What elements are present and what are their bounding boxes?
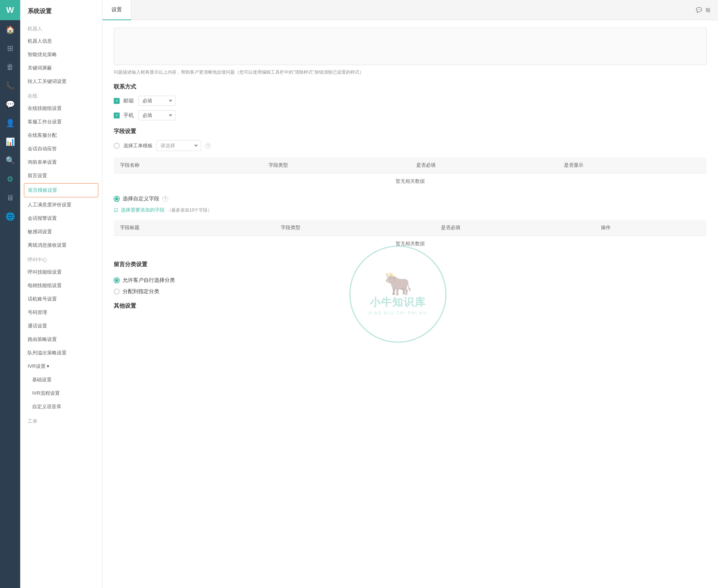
custom-field-radio[interactable] [114, 196, 120, 202]
table1-no-data: 暂无相关数据 [114, 173, 707, 190]
section-label-ticket: 工单 [20, 413, 102, 427]
other-settings-title: 其他设置 [114, 302, 707, 310]
main-area: 设置 💬 短 问题描述输入框将显示以上内容，帮助客户更清晰地反馈问题（您可以使用… [102, 0, 718, 588]
email-label: 邮箱 [123, 98, 135, 104]
assign-classification-label: 分配到指定分类 [123, 288, 159, 295]
settings-tab[interactable]: 设置 [102, 0, 131, 20]
sidebar-item-online-skill-group[interactable]: 在线技能组设置 [20, 102, 102, 115]
description-hint: 问题描述输入框将显示以上内容，帮助客户更清晰地反馈问题（您可以使用编辑工具栏中的… [114, 69, 707, 76]
email-select[interactable]: 必填 选填 [138, 96, 176, 106]
gear-icon[interactable]: ⚙ [0, 170, 20, 188]
add-field-link-text[interactable]: 选择需要添加的字段 [121, 207, 165, 213]
custom-field-label: 选择自定义字段 [123, 196, 159, 202]
allow-self-select-row: 允许客户自行选择分类 [114, 277, 707, 284]
sidebar-item-number-manage[interactable]: 号码管理 [20, 306, 102, 319]
col-display: 是否显示 [558, 157, 706, 173]
nav-panel: 系统设置 机器人 机器人信息 智能优化策略 关键词屏蔽 转人工关键词设置 在线 … [20, 0, 102, 588]
sidebar-icon-panel: W 🏠 ⊞ 🗑 📞 💬 👤 📊 🔍 ⚙ 🖥 🌐 [0, 0, 20, 588]
template-label: 选择工单模板 [123, 142, 153, 149]
logo-icon: W [0, 0, 20, 20]
col-field-type: 字段类型 [263, 157, 410, 173]
section-label-online: 在线 [20, 88, 102, 102]
contact-phone-row: ✓ 手机 必填 选填 [114, 110, 707, 120]
allow-self-select-label: 允许客户自行选择分类 [123, 277, 175, 284]
content-area: 问题描述输入框将显示以上内容，帮助客户更清晰地反馈问题（您可以使用编辑工具栏中的… [102, 20, 718, 588]
phone-checkbox[interactable]: ✓ [114, 113, 120, 118]
table2-no-data: 暂无相关数据 [114, 236, 707, 252]
custom-field-help-icon[interactable]: ? [162, 196, 168, 202]
section-label-callcenter: 呼叫中心 [20, 252, 102, 265]
sidebar-item-chat-alert[interactable]: 会话报警设置 [20, 212, 102, 225]
sidebar-item-transfer-keyword[interactable]: 转人工关键词设置 [20, 75, 102, 88]
phone-label: 手机 [123, 112, 135, 119]
add-field-link[interactable]: ☑ 选择需要添加的字段 （最多添加10个字段） [114, 207, 707, 213]
contact-email-row: ✓ 邮箱 必填 选填 [114, 96, 707, 106]
monitor-icon[interactable]: 🖥 [0, 188, 20, 207]
chart-icon[interactable]: 📊 [0, 132, 20, 151]
short-msg-icon: 💬 [696, 7, 702, 13]
col-field-name: 字段名称 [114, 157, 263, 173]
sidebar-item-call-setting[interactable]: 通话设置 [20, 319, 102, 333]
sidebar-item-call-skill-group[interactable]: 呼叫技能组设置 [20, 265, 102, 279]
sidebar-item-phone-account[interactable]: 话机账号设置 [20, 292, 102, 306]
phone-icon[interactable]: 📞 [0, 76, 20, 95]
home-icon[interactable]: 🏠 [0, 20, 20, 39]
top-bar: 设置 💬 短 [102, 0, 718, 20]
sidebar-item-route-strategy[interactable]: 路由策略设置 [20, 333, 102, 346]
field-table-1: 字段名称 字段类型 是否必填 是否显示 暂无相关数据 [114, 157, 707, 190]
sidebar-item-custom-audio[interactable]: 自定义语音库 [20, 400, 102, 413]
template-dropdown[interactable]: 请选择 [156, 140, 201, 151]
col-required: 是否必填 [410, 157, 558, 173]
section-label-robot: 机器人 [20, 21, 102, 34]
sidebar-item-robot-info[interactable]: 机器人信息 [20, 34, 102, 48]
sidebar-item-offline-receive[interactable]: 离线消息接收设置 [20, 238, 102, 252]
sidebar-item-sensitive-words[interactable]: 敏感词设置 [20, 225, 102, 238]
sidebar-item-workbench[interactable]: 客服工作台设置 [20, 115, 102, 129]
assign-classification-row: 分配到指定分类 [114, 288, 707, 295]
top-bar-right: 💬 短 [696, 7, 718, 13]
custom-field-radio-row: 选择自定义字段 ? [114, 196, 707, 202]
field-table-2: 字段标题 字段类型 是否必填 操作 暂无相关数据 [114, 219, 707, 252]
sidebar-item-ivr-flow[interactable]: IVR流程设置 [20, 387, 102, 400]
sidebar-item-queue-strategy[interactable]: 队列溢出策略设置 [20, 346, 102, 360]
message-classification-title: 留言分类设置 [114, 261, 707, 268]
template-help-icon[interactable]: ? [205, 143, 211, 149]
person-icon[interactable]: 👤 [0, 114, 20, 132]
sidebar-item-basic-setting[interactable]: 基础设置 [20, 373, 102, 387]
sidebar-item-satisfaction-eval[interactable]: 人工满意度评价设置 [20, 198, 102, 212]
template-select-row: 选择工单模板 请选择 ? [114, 140, 707, 151]
contact-section-title: 联系方式 [114, 83, 707, 90]
nav-panel-title: 系统设置 [20, 0, 102, 21]
short-msg-label: 短 [706, 7, 711, 13]
sidebar-item-pre-form[interactable]: 询前表单设置 [20, 156, 102, 169]
email-checkbox[interactable]: ✓ [114, 98, 120, 104]
field-settings-title: 字段设置 [114, 128, 707, 135]
sidebar-item-online-assign[interactable]: 在线客服分配 [20, 129, 102, 142]
globe-icon[interactable]: 🌐 [0, 207, 20, 226]
trash-icon[interactable]: 🗑 [0, 58, 20, 76]
allow-self-select-radio[interactable] [114, 277, 120, 283]
search-icon[interactable]: 🔍 [0, 151, 20, 170]
phone-select[interactable]: 必填 选填 [138, 110, 176, 120]
sidebar-item-ivr-setting[interactable]: IVR设置 ▾ [20, 360, 102, 373]
sidebar-item-message-template[interactable]: 留言模板设置 [24, 183, 98, 197]
col-operation: 操作 [595, 220, 706, 236]
sidebar-item-auto-reply[interactable]: 会话自动应答 [20, 142, 102, 156]
col-required-2: 是否必填 [435, 220, 595, 236]
col-field-type-2: 字段类型 [275, 220, 435, 236]
sidebar-item-telesales-skill-group[interactable]: 电销技能组设置 [20, 279, 102, 292]
template-radio[interactable] [114, 143, 120, 149]
chat-icon[interactable]: 💬 [0, 95, 20, 114]
add-field-hint: （最多添加10个字段） [167, 207, 212, 213]
sidebar-item-smart-strategy[interactable]: 智能优化策略 [20, 48, 102, 61]
description-input-box[interactable] [114, 28, 707, 65]
sidebar-item-keyword-block[interactable]: 关键词屏蔽 [20, 61, 102, 75]
col-field-title: 字段标题 [114, 220, 275, 236]
sidebar-item-message-setting[interactable]: 留言设置 [20, 169, 102, 182]
grid-icon[interactable]: ⊞ [0, 39, 20, 58]
add-field-checkbox-icon: ☑ [114, 207, 119, 213]
assign-classification-radio[interactable] [114, 289, 120, 295]
